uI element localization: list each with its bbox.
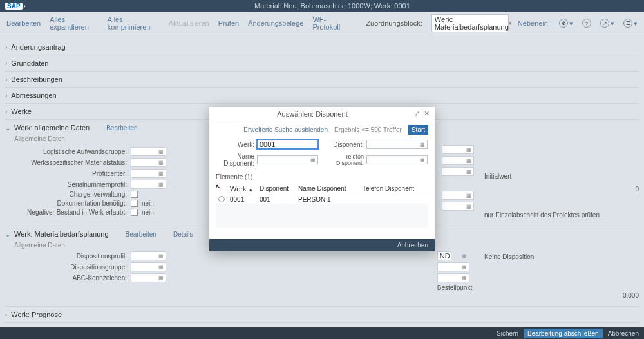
edit-action[interactable]: Bearbeiten	[6, 19, 41, 27]
charge-checkbox[interactable]	[131, 191, 138, 198]
col-disponent[interactable]: Disponent	[257, 184, 296, 193]
user-menu[interactable]: ⚙▾	[559, 19, 573, 28]
value-help-icon[interactable]: ▦	[462, 253, 467, 259]
chevron-right-icon[interactable]: ›	[5, 44, 7, 51]
row-radio[interactable]	[218, 196, 225, 202]
finish-edit-button[interactable]: Bearbeitung abschließen	[524, 329, 603, 338]
value-help-icon: ▦	[310, 157, 316, 163]
toggle-advanced-search[interactable]: Erweiterte Suche ausblenden	[243, 126, 328, 133]
col-name[interactable]: Name Disponent	[296, 184, 360, 193]
close-icon[interactable]: ✕	[424, 110, 430, 118]
edit-link[interactable]: Bearbeiten	[106, 124, 137, 131]
value-help-icon: ▦	[420, 142, 425, 148]
footer-bar: Sichern Bearbeitung abschließen Abbreche…	[0, 327, 644, 339]
save-button[interactable]: Sichern	[497, 330, 518, 337]
edit-link[interactable]: Bearbeiten	[126, 231, 156, 238]
result-count: Ergebnis <= 500 Treffer	[334, 126, 402, 133]
col-werk[interactable]: Werk ▲	[227, 184, 257, 193]
refresh-action: Aktualisieren	[169, 19, 209, 27]
chevron-right-icon[interactable]: ›	[5, 76, 7, 83]
field-r2[interactable]: ▦	[442, 156, 474, 165]
change-documents-action[interactable]: Änderungsbelege	[248, 19, 303, 27]
assignment-block-label: Zuordnungsblock:	[366, 19, 422, 27]
field-m3[interactable]: ▦	[437, 273, 469, 282]
share-menu[interactable]: ↗▾	[600, 19, 614, 28]
chevron-down-icon[interactable]: ⌄	[5, 231, 10, 238]
collapse-all-action[interactable]: Alles komprimieren	[108, 15, 160, 31]
field-r5[interactable]: ▦	[442, 202, 474, 211]
chevron-right-icon[interactable]: ›	[5, 92, 7, 99]
window-titlebar: SAP › Material: Neu, Bohrmaschine 1000W;…	[0, 0, 644, 12]
dispg-input[interactable]: ▦	[131, 262, 166, 271]
assignment-block-select[interactable]: Werk: Materialbedarfsplanung ▾	[431, 14, 509, 32]
chevron-right-icon[interactable]: ›	[5, 60, 7, 67]
sap-logo: SAP ›	[5, 3, 26, 10]
side-by-side-action[interactable]: Nebenein.	[518, 19, 550, 27]
table-row[interactable]: 0001 001 PERSON 1	[216, 195, 428, 204]
results-table: Werk ▲ Disponent Name Disponent Telefon …	[216, 183, 428, 228]
start-button[interactable]: Start	[408, 125, 428, 135]
disponent-input[interactable]: ▦	[366, 140, 428, 149]
dispp-input[interactable]: ▦	[131, 251, 166, 260]
value-help-icon: ▦	[158, 182, 164, 188]
name-disponent-input[interactable]: ▦	[257, 155, 318, 164]
col-telefon[interactable]: Telefon Disponent	[360, 184, 418, 193]
value-help-icon: ▦	[158, 171, 164, 177]
chevron-right-icon[interactable]: ›	[5, 311, 7, 318]
help-menu[interactable]: ?	[582, 19, 591, 28]
abc-input[interactable]: ▦	[131, 273, 166, 282]
dok-checkbox[interactable]	[131, 200, 138, 207]
chevron-right-icon[interactable]: ›	[5, 108, 7, 115]
werk-input[interactable]: 0001	[257, 140, 318, 149]
dialog-cancel-button[interactable]: Abbrechen	[397, 242, 428, 249]
settings-menu[interactable]: ☰▾	[623, 19, 638, 28]
expand-icon[interactable]: ⤢	[414, 110, 420, 118]
field-r4[interactable]: ▦	[442, 191, 474, 200]
field-r1[interactable]: ▦	[442, 145, 474, 154]
cancel-button[interactable]: Abbrechen	[608, 330, 639, 337]
dialog-title: Auswählen: Disponent	[214, 110, 410, 118]
neg-checkbox[interactable]	[131, 209, 138, 216]
elements-header: Elemente (1)	[209, 172, 435, 182]
details-link[interactable]: Details	[173, 231, 193, 238]
value-help-icon: ▦	[158, 149, 164, 155]
check-action[interactable]: Prüfen	[218, 19, 239, 27]
ser-input[interactable]: ▦	[131, 180, 166, 189]
expand-all-action[interactable]: Alles expandieren	[50, 15, 99, 31]
field-r3[interactable]: ▦	[442, 167, 474, 176]
chevron-down-icon[interactable]: ⌄	[5, 124, 10, 131]
tel-disponent-input[interactable]: ▦	[366, 155, 428, 164]
log-input[interactable]: ▦	[131, 147, 166, 156]
toolbar: Bearbeiten Alles expandieren Alles kompr…	[0, 12, 644, 35]
pc-input[interactable]: ▦	[131, 169, 166, 178]
wf-protocol-action[interactable]: WF-Protokoll	[312, 15, 348, 31]
select-disponent-dialog: Auswählen: Disponent ⤢ ✕ Erweiterte Such…	[209, 107, 435, 251]
value-help-icon: ▦	[158, 160, 164, 166]
chevron-down-icon: ▾	[509, 20, 512, 26]
page-title: Material: Neu, Bohrmaschine 1000W; Werk:…	[26, 2, 639, 10]
table-empty-area	[216, 204, 428, 228]
wms-input[interactable]: ▦	[131, 158, 166, 167]
field-m2[interactable]: ▦	[437, 262, 469, 271]
value-help-icon: ▦	[420, 157, 425, 163]
nd-field[interactable]: ND	[437, 251, 451, 260]
